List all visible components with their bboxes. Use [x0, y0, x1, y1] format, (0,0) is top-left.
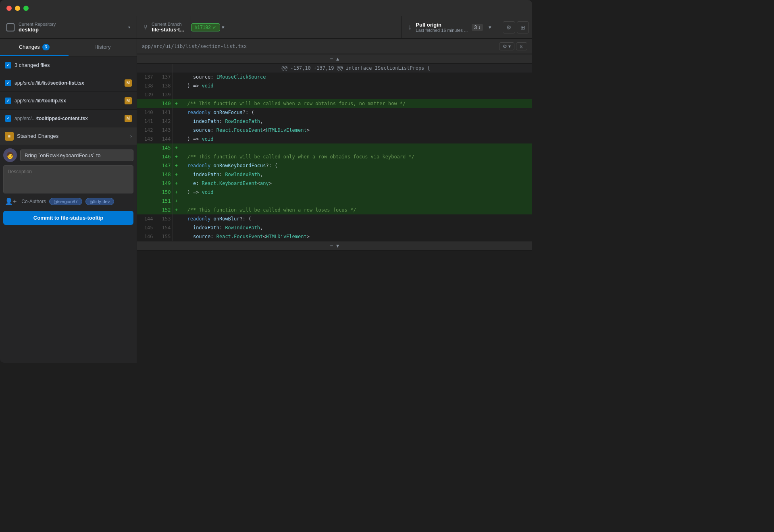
table-row: 147 + readonly onRowKeyboardFocus?: (	[137, 161, 532, 170]
hunk-dots-up-icon: ⋯	[330, 56, 333, 62]
tab-history-label: History	[94, 44, 110, 50]
file-path-0: app/src/ui/lib/list/section-list.tsx	[15, 80, 121, 86]
maximize-button[interactable]	[23, 6, 29, 11]
branch-label: Current Branch	[152, 22, 184, 27]
table-row: 150 + ) => void	[137, 188, 532, 197]
table-row: 146 + /** This function will be called o…	[137, 152, 532, 161]
commit-summary: 🧑	[3, 148, 133, 162]
tab-changes[interactable]: Changes 3	[0, 39, 69, 56]
file-path-2: app/src/.../tooltipped-content.tsx	[15, 116, 121, 121]
diff-settings-button[interactable]: ⚙ ▾	[499, 42, 514, 50]
minimize-button[interactable]	[15, 6, 20, 11]
co-author-tag-1[interactable]: @tidy-dev	[85, 198, 114, 205]
stash-icon: ≡	[5, 132, 14, 141]
file-badge-1: M	[125, 97, 132, 104]
tab-history[interactable]: History	[69, 39, 137, 56]
diff-hunk-separator-top[interactable]: ⋯ ▲	[137, 54, 532, 64]
table-row: 139 139	[137, 90, 532, 99]
pull-label: Pull origin	[416, 22, 468, 28]
table-row: 152 + /** This function will be called w…	[137, 206, 532, 214]
file-checkbox-1[interactable]	[5, 98, 11, 104]
table-row: 146 155 source: React.FocusEvent<HTMLDiv…	[137, 232, 532, 241]
add-co-author-button[interactable]: 👤+	[3, 197, 18, 206]
settings-button[interactable]: ⚙	[503, 21, 515, 33]
toolbar: Current Repository desktop ▾ ⑂ Current B…	[0, 16, 532, 39]
branch-text: Current Branch file-status-t...	[152, 22, 184, 33]
current-branch-button[interactable]: ⑂ Current Branch file-status-t...	[137, 16, 191, 38]
file-list: app/src/ui/lib/list/section-list.tsx M a…	[0, 74, 137, 127]
co-author-tag-0[interactable]: @sergiou87	[49, 198, 82, 205]
changed-files-header: 3 changed files	[0, 56, 137, 74]
commit-description-input[interactable]	[3, 165, 133, 193]
file-badge-0: M	[125, 79, 132, 87]
changed-files-label: 3 changed files	[15, 62, 50, 68]
content-area: Changes 3 History 3 changed files app/sr…	[0, 39, 532, 363]
repo-text: Current Repository desktop	[19, 22, 124, 33]
toolbar-actions: ⚙ ⊞	[499, 16, 532, 38]
hunk-dots-down-icon: ⋯	[330, 243, 333, 249]
commit-btn-branch: file-status-tooltip	[61, 215, 103, 221]
file-item[interactable]: app/src/.../tooltipped-content.tsx M	[0, 110, 137, 127]
table-row: 137 137 source: IMouseClickSource	[137, 73, 532, 81]
stash-header[interactable]: ≡ Stashed Changes ›	[0, 127, 137, 145]
file-path-1: app/src/ui/lib/tooltip.tsx	[15, 98, 121, 104]
commit-btn-prefix: Commit to	[33, 215, 61, 221]
file-checkbox-2[interactable]	[5, 115, 11, 122]
co-authors-label: Co-Authors	[21, 199, 46, 204]
repo-name: desktop	[19, 27, 124, 33]
commit-area: 🧑 👤+ Co-Authors @sergiou87 @tidy-dev Com…	[0, 145, 137, 363]
avatar: 🧑	[3, 148, 17, 162]
repo-chevron-icon: ▾	[128, 25, 130, 29]
sidebar-toggle-button[interactable]: ⊞	[517, 21, 529, 33]
pr-badge[interactable]: #17192 ✓	[191, 23, 220, 31]
branch-name: file-status-t...	[152, 27, 184, 33]
diff-table: @@ -137,10 +137,19 @@ interface ISection…	[137, 64, 532, 241]
table-row: 145 +	[137, 143, 532, 152]
pull-sublabel: Last fetched 16 minutes ...	[416, 28, 468, 33]
pull-arrow-icon: ↓	[408, 23, 412, 31]
file-item[interactable]: app/src/ui/lib/tooltip.tsx M	[0, 92, 137, 110]
table-row: 142 143 source: React.FocusEvent<HTMLDiv…	[137, 126, 532, 135]
sidebar: Changes 3 History 3 changed files app/sr…	[0, 39, 137, 363]
table-row: 151 +	[137, 197, 532, 206]
pull-count-arrow-icon: ↓	[478, 25, 481, 30]
table-row: 148 + indexPath: RowIndexPath,	[137, 170, 532, 179]
repo-label: Current Repository	[19, 22, 124, 27]
hunk-new-num	[155, 64, 173, 73]
branch-dropdown-button[interactable]: ▾	[220, 23, 226, 32]
filepath-text: app/src/ui/lib/list/section-list.tsx	[142, 44, 247, 49]
diff-hunk-separator-bottom[interactable]: ⋯ ▼	[137, 241, 532, 251]
pull-count-badge: 3 ↓	[472, 24, 483, 31]
table-row: 149 + e: React.KeyboardEvent<any>	[137, 179, 532, 188]
repo-icon	[6, 23, 15, 31]
pull-dropdown-button[interactable]: ▾	[487, 23, 493, 32]
hunk-arrow-up-icon: ▲	[336, 56, 339, 62]
tab-changes-label: Changes	[19, 44, 40, 50]
hunk-arrow-down-icon: ▼	[336, 243, 339, 249]
diff-expand-button[interactable]: ⊡	[516, 42, 527, 50]
table-row: 143 144 ) => void	[137, 135, 532, 143]
select-all-checkbox[interactable]	[5, 62, 11, 69]
table-row: 138 138 ) => void	[137, 81, 532, 90]
file-item[interactable]: app/src/ui/lib/list/section-list.tsx M	[0, 74, 137, 92]
branch-icon: ⑂	[144, 24, 148, 31]
tab-changes-badge: 3	[42, 44, 50, 50]
pull-text: Pull origin Last fetched 16 minutes ...	[416, 22, 468, 33]
hunk-sign	[173, 64, 180, 73]
table-row: 140 141 readonly onRowFocus?: (	[137, 108, 532, 117]
sidebar-tabs: Changes 3 History	[0, 39, 137, 56]
pr-number: #17192	[195, 25, 211, 30]
current-repo-button[interactable]: Current Repository desktop ▾	[0, 16, 137, 38]
stash-label: Stashed Changes	[17, 133, 127, 139]
table-row: 144 153 readonly onRowBlur?: (	[137, 214, 532, 223]
pull-origin-button[interactable]: ↓ Pull origin Last fetched 16 minutes ..…	[401, 16, 499, 38]
file-checkbox-0[interactable]	[5, 80, 11, 86]
hunk-old-num	[137, 64, 155, 73]
close-button[interactable]	[6, 6, 12, 11]
filepath-bar: app/src/ui/lib/list/section-list.tsx ⚙ ▾…	[137, 39, 532, 54]
commit-button[interactable]: Commit to file-status-tooltip	[3, 211, 133, 225]
hunk-header-row: @@ -137,10 +137,19 @@ interface ISection…	[137, 64, 532, 73]
commit-summary-input[interactable]	[20, 150, 133, 161]
file-badge-2: M	[125, 115, 132, 122]
diff-header-actions: ⚙ ▾ ⊡	[499, 42, 527, 50]
